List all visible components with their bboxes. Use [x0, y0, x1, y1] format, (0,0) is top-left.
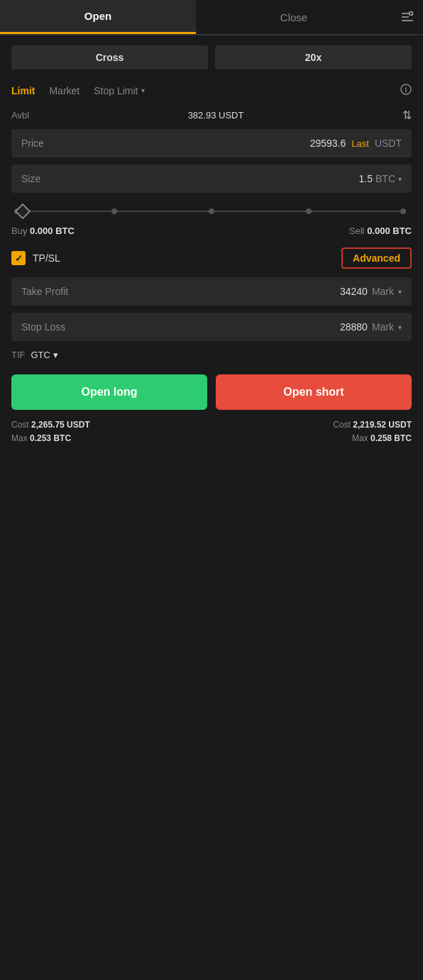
stop-loss-field[interactable]: Stop Loss 28880 Mark ▾ — [11, 313, 412, 341]
tpsl-checkbox[interactable]: ✓ — [11, 251, 26, 265]
take-profit-label: Take Profit — [21, 286, 68, 297]
tif-row: TIF GTC ▾ — [11, 350, 412, 360]
tabs-row: Open Close — [0, 0, 423, 35]
order-type-limit[interactable]: Limit — [11, 85, 35, 96]
avbl-label: Avbl — [11, 110, 29, 121]
available-row: Avbl 382.93 USDT ⇅ — [11, 108, 412, 122]
order-type-stop-limit[interactable]: Stop Limit ▾ — [94, 85, 144, 96]
cross-button[interactable]: Cross — [11, 45, 208, 69]
order-type-row: Limit Market Stop Limit ▾ i — [11, 84, 412, 97]
chevron-down-icon: ▾ — [141, 87, 145, 94]
price-value: 29593.6 — [310, 138, 346, 149]
slider-pip-100 — [400, 208, 406, 214]
price-tag: Last — [351, 138, 369, 149]
price-value-group: 29593.6 Last USDT — [310, 138, 402, 149]
tab-close[interactable]: Close — [196, 1, 392, 33]
tab-open[interactable]: Open — [0, 0, 196, 34]
size-value-group: 1.5 BTC ▾ — [359, 173, 402, 184]
take-profit-value-group: 34240 Mark ▾ — [340, 286, 402, 297]
main-content: Cross 20x Limit Market Stop Limit ▾ i Av… — [0, 35, 423, 453]
price-field[interactable]: Price 29593.6 Last USDT — [11, 129, 412, 157]
tif-label: TIF — [11, 350, 26, 360]
short-max: Max 0.258 BTC — [352, 433, 412, 443]
tif-value-group[interactable]: GTC ▾ — [31, 350, 58, 360]
slider-pip-75 — [306, 208, 312, 214]
margin-row: Cross 20x — [11, 45, 412, 69]
long-cost-value: 2,265.75 USDT — [31, 420, 90, 430]
long-max-value: 0.253 BTC — [30, 433, 71, 443]
tif-value: GTC — [31, 350, 50, 360]
action-buttons: Open long Open short — [11, 374, 412, 410]
slider-handle[interactable] — [15, 204, 31, 220]
size-unit: BTC — [375, 173, 395, 184]
stop-loss-value-group: 28880 Mark ▾ — [340, 321, 402, 333]
sell-value: 0.000 BTC — [367, 225, 412, 236]
price-label: Price — [21, 138, 44, 149]
open-long-button[interactable]: Open long — [11, 374, 207, 410]
stop-loss-label: Stop Loss — [21, 321, 65, 333]
settings-icon[interactable] — [392, 11, 423, 23]
slider-pip-50 — [209, 208, 214, 214]
buy-value: 0.000 BTC — [30, 225, 75, 236]
transfer-icon[interactable]: ⇅ — [402, 108, 412, 122]
size-chevron-icon[interactable]: ▾ — [398, 175, 402, 183]
tif-chevron-icon: ▾ — [53, 350, 58, 360]
long-cost: Cost 2,265.75 USDT — [11, 420, 90, 430]
info-icon[interactable]: i — [400, 84, 412, 97]
open-short-button[interactable]: Open short — [216, 374, 412, 410]
size-value: 1.5 — [359, 173, 373, 184]
advanced-button[interactable]: Advanced — [341, 247, 412, 269]
max-row: Max 0.253 BTC Max 0.258 BTC — [11, 433, 412, 443]
price-unit: USDT — [375, 138, 402, 149]
take-profit-chevron-icon[interactable]: ▾ — [398, 288, 402, 296]
cost-row: Cost 2,265.75 USDT Cost 2,219.52 USDT — [11, 420, 412, 430]
slider-pip-25 — [111, 208, 117, 214]
leverage-button[interactable]: 20x — [215, 45, 412, 69]
stop-loss-mark: Mark — [372, 321, 394, 333]
buy-label: Buy 0.000 BTC — [11, 225, 75, 236]
size-field[interactable]: Size 1.5 BTC ▾ — [11, 165, 412, 193]
stop-loss-chevron-icon[interactable]: ▾ — [398, 323, 402, 331]
size-label: Size — [21, 173, 40, 184]
take-profit-value: 34240 — [340, 286, 368, 297]
tpsl-label: TP/SL — [33, 252, 60, 264]
take-profit-mark: Mark — [372, 286, 394, 297]
avbl-value: 382.93 USDT — [188, 110, 244, 121]
order-type-market[interactable]: Market — [49, 85, 79, 96]
tpsl-row: ✓ TP/SL Advanced — [11, 247, 412, 269]
buy-sell-row: Buy 0.000 BTC Sell 0.000 BTC — [11, 225, 412, 236]
sell-label: Sell 0.000 BTC — [349, 225, 412, 236]
short-max-value: 0.258 BTC — [370, 433, 412, 443]
slider-container[interactable] — [11, 204, 412, 218]
long-max: Max 0.253 BTC — [11, 433, 71, 443]
take-profit-field[interactable]: Take Profit 34240 Mark ▾ — [11, 277, 412, 306]
stop-loss-value: 28880 — [340, 321, 368, 333]
tpsl-left: ✓ TP/SL — [11, 251, 60, 265]
short-cost-value: 2,219.52 USDT — [353, 420, 412, 430]
short-cost: Cost 2,219.52 USDT — [333, 420, 412, 430]
checkbox-check-icon: ✓ — [15, 253, 23, 264]
stop-limit-label: Stop Limit — [94, 85, 138, 96]
svg-point-3 — [410, 12, 413, 16]
svg-text:i: i — [405, 86, 407, 94]
